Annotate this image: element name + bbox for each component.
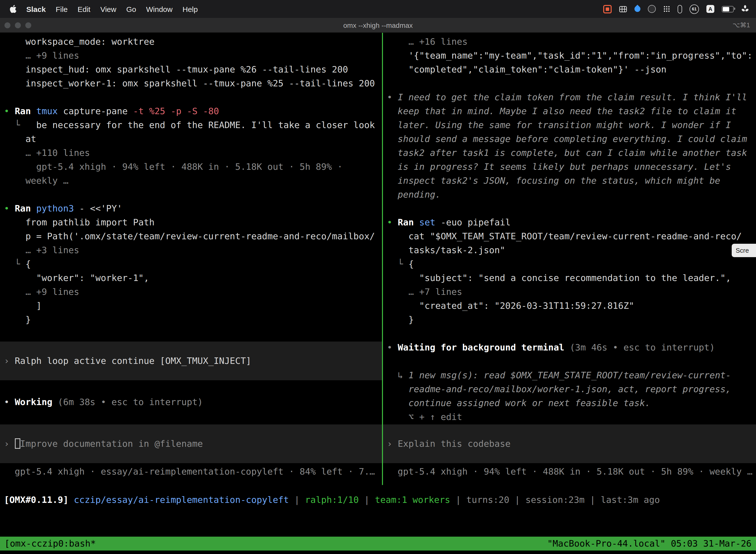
- terminal-line: later. Using the same for transition mig…: [383, 118, 756, 132]
- battery-icon[interactable]: [722, 6, 734, 12]
- omx-status-line: [OMX#0.11.9] cczip/essay/ai-reimplementa…: [0, 493, 756, 507]
- terminal-line: readme-and-reco/mailbox/worker-1.json, a…: [383, 382, 756, 396]
- terminal-line: • Ran tmux capture-pane -t %25 -p -S -80: [0, 104, 382, 118]
- terminal-line: … +9 lines: [0, 49, 382, 63]
- menu-bar-status-icons: 61 A: [603, 4, 756, 14]
- terminal-line: • Ran set -euo pipefail: [383, 215, 756, 229]
- terminal-line: tasks/task-2.json": [383, 243, 756, 257]
- terminal-line: task2 after task1 is complete, but can I…: [383, 146, 756, 160]
- menu-help[interactable]: Help: [183, 5, 198, 13]
- terminal-line: }: [0, 313, 382, 327]
- terminal-line: [0, 188, 382, 202]
- left-pane[interactable]: workspace_mode: worktree … +9 lines insp…: [0, 32, 382, 479]
- blue-app-icon[interactable]: [633, 5, 642, 13]
- terminal-line: ⌥ + ↑ edit: [383, 410, 756, 424]
- terminal-line: • Ran python3 - <<'PY': [0, 202, 382, 215]
- window-shortcut-hint: ⌥⌘1: [733, 21, 750, 29]
- screen: Slack File Edit View Go Window Help 61 A: [0, 0, 756, 554]
- battery-percent-icon[interactable]: 61: [690, 4, 699, 14]
- terminal-panes: workspace_mode: worktree … +9 lines insp…: [0, 32, 756, 485]
- terminal-line: workspace_mode: worktree: [0, 35, 382, 49]
- terminal-line: … +3 lines: [0, 243, 382, 257]
- right-pane[interactable]: … +16 lines '{"team_name":"my-team","tas…: [383, 32, 756, 479]
- terminal-line: [383, 202, 756, 215]
- window-grid-icon[interactable]: [619, 6, 627, 12]
- menu-window[interactable]: Window: [146, 5, 173, 13]
- terminal-line: gpt-5.4 xhigh · essay/ai-reimplementatio…: [0, 465, 382, 479]
- terminal-line: "subject": "send a concise recommendatio…: [383, 271, 756, 285]
- tmux-status-bar: [omx-cczip0:bash* "MacBook-Pro-44.local"…: [0, 537, 756, 551]
- window-title: omx --xhigh --madmax: [0, 21, 756, 29]
- tmux-session-label: [omx-cczip0:bash*: [4, 537, 96, 551]
- terminal-line: ↳ 1 new msg(s): read $OMX_TEAM_STATE_ROO…: [383, 368, 756, 382]
- terminal-line: p = Path('.omx/state/team/review-current…: [0, 229, 382, 243]
- terminal-line: at: [0, 132, 382, 146]
- tmux-host-clock: "MacBook-Pro-44.local" 05:03 31-Mar-26: [547, 537, 752, 551]
- terminal-line: └ {: [0, 257, 382, 271]
- terminal-line: gpt-5.4 xhigh · 94% left · 488K in · 5.1…: [383, 465, 756, 479]
- input-source-icon[interactable]: A: [706, 5, 714, 13]
- terminal-line: cat "$OMX_TEAM_STATE_ROOT/team/review-cu…: [383, 229, 756, 243]
- title-bar[interactable]: omx --xhigh --madmax ⌥⌘1: [0, 18, 756, 33]
- fan-icon[interactable]: [741, 5, 749, 13]
- menu-file[interactable]: File: [56, 5, 67, 13]
- terminal-line: gpt-5.4 xhigh · 94% left · 488K in · 5.1…: [0, 160, 382, 174]
- battery-percent-value: 61: [692, 6, 697, 11]
- pill-icon[interactable]: [678, 5, 682, 13]
- terminal-line: from pathlib import Path: [0, 215, 382, 229]
- menu-bar-left: Slack File Edit View Go Window Help: [0, 5, 198, 13]
- menu-view[interactable]: View: [100, 5, 116, 13]
- terminal-line: keep that in mind. Maybe I also need the…: [383, 104, 756, 118]
- terminal-line: └ {: [383, 257, 756, 271]
- terminal-line: … +16 lines: [383, 35, 756, 49]
- terminal-line: … +7 lines: [383, 285, 756, 299]
- terminal-line: "created_at": "2026-03-31T11:59:27.816Z": [383, 299, 756, 313]
- terminal-line: • Waiting for background terminal (3m 46…: [383, 340, 756, 354]
- terminal-line: [OMX#0.11.9] cczip/essay/ai-reimplementa…: [0, 493, 756, 507]
- input-source-letter: A: [708, 6, 712, 12]
- spacer: [0, 327, 382, 341]
- prompt-input-row[interactable]: › Improve documentation in @filename: [0, 425, 382, 463]
- spacer: [0, 409, 382, 425]
- terminal-line: [383, 354, 756, 368]
- terminal-line: weekly …: [0, 174, 382, 188]
- prompt-input-row[interactable]: › Explain this codebase: [383, 425, 756, 463]
- terminal-line: ]: [0, 299, 382, 313]
- dark-circle-icon[interactable]: [648, 5, 656, 13]
- terminal-line: is in progress? It seems likely but perh…: [383, 160, 756, 174]
- terminal-line: "completed","claim_token":"claim-token"}…: [383, 63, 756, 76]
- terminal-line: pending.: [383, 188, 756, 202]
- menu-go[interactable]: Go: [126, 5, 136, 13]
- terminal-line: continue assigned work or next feasible …: [383, 396, 756, 410]
- apple-menu-icon[interactable]: [10, 5, 16, 13]
- menu-app-slack[interactable]: Slack: [26, 5, 46, 13]
- terminal-line: inspect task2's JSON, focusing on the st…: [383, 174, 756, 188]
- terminal-line: "worker": "worker-1",: [0, 271, 382, 285]
- prompt-input-row[interactable]: › Ralph loop active continue [OMX_TMUX_I…: [0, 341, 382, 380]
- terminal-line: … +110 lines: [0, 146, 382, 160]
- terminal-line: '{"team_name":"my-team","task_id":"1","f…: [383, 49, 756, 63]
- terminal-line: • Working (6m 38s • esc to interrupt): [0, 395, 382, 409]
- terminal-line: [383, 327, 756, 340]
- menu-edit[interactable]: Edit: [78, 5, 90, 13]
- terminal-line: [383, 76, 756, 90]
- terminal-line: inspect_hud: omx sparkshell --tmux-pane …: [0, 63, 382, 76]
- screen-recording-icon[interactable]: [603, 5, 612, 13]
- menu-bar: Slack File Edit View Go Window Help 61 A: [0, 0, 756, 18]
- terminal-line: └ be necessary for the end of the README…: [0, 118, 382, 132]
- spacer: [0, 380, 382, 395]
- terminal-line: inspect_worker-1: omx sparkshell --tmux-…: [0, 76, 382, 90]
- terminal-line: … +9 lines: [0, 285, 382, 299]
- dots-grid-icon[interactable]: [663, 5, 670, 12]
- terminal-line: should send a message before completing …: [383, 132, 756, 146]
- terminal-line: • I need to get the claim token from the…: [383, 90, 756, 104]
- screen-tooltip: Scre: [732, 244, 756, 257]
- terminal-line: }: [383, 313, 756, 327]
- terminal-line: [0, 90, 382, 104]
